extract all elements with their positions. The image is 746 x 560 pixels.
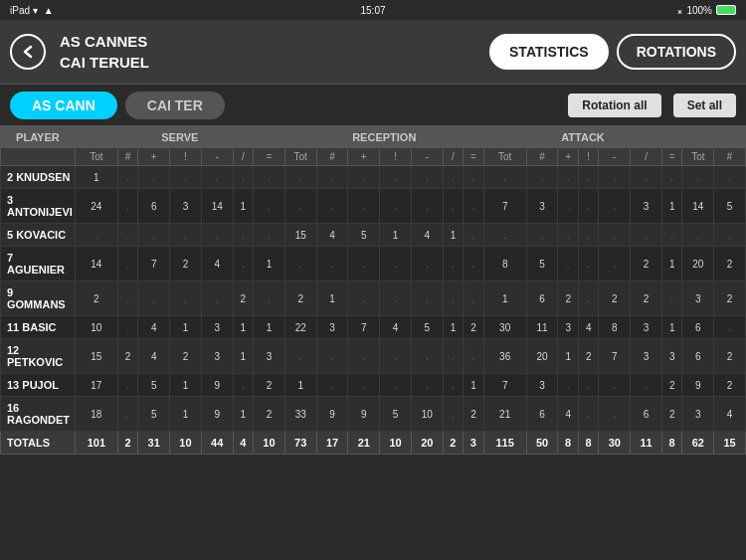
stat-cell: 3 bbox=[254, 339, 285, 374]
sh-tot2: Tot bbox=[284, 148, 316, 166]
sub-headers: Tot # + ! - / = Tot # + ! - / = Tot # + … bbox=[1, 148, 746, 166]
sh-tot1: Tot bbox=[75, 148, 117, 166]
stat-cell: . bbox=[599, 397, 631, 432]
stat-cell: . bbox=[443, 247, 463, 281]
stat-cell: . bbox=[526, 166, 558, 189]
stat-cell: 10 bbox=[75, 316, 117, 339]
stat-cell: 4 bbox=[138, 339, 170, 374]
stat-cell: 22 bbox=[284, 316, 316, 339]
stat-cell: 7 bbox=[348, 316, 380, 339]
player-name-cell: 16 RAGONDET bbox=[1, 397, 76, 432]
totals-cell: 10 bbox=[380, 432, 412, 455]
battery-icon bbox=[716, 5, 736, 15]
totals-row-cells: TOTALS1012311044410731721102023115508830… bbox=[1, 432, 746, 455]
team1-tab[interactable]: AS CANN bbox=[10, 92, 117, 119]
totals-cell: 44 bbox=[201, 432, 233, 455]
stat-cell: 9 bbox=[682, 374, 714, 397]
stat-cell: 5 bbox=[138, 374, 170, 397]
stat-cell: . bbox=[411, 247, 443, 281]
totals-cell: 50 bbox=[526, 432, 558, 455]
stat-cell: . bbox=[316, 247, 348, 281]
extra-header bbox=[682, 127, 746, 148]
sh-slash3: / bbox=[631, 148, 662, 166]
totals-cell: 11 bbox=[631, 432, 662, 455]
totals-cell: 8 bbox=[578, 432, 598, 455]
rotations-button[interactable]: ROTATIONS bbox=[617, 34, 736, 70]
stat-cell: 2 bbox=[464, 397, 483, 432]
stat-cell: 1 bbox=[233, 397, 253, 432]
serve-header: SERVE bbox=[75, 127, 284, 148]
stat-cell: . bbox=[483, 224, 526, 247]
stat-cell: . bbox=[170, 166, 202, 189]
table-row: 13 PUJOL17.519.21.....173....292 bbox=[1, 374, 746, 397]
status-right: ⁎ 100% bbox=[677, 5, 736, 16]
stat-cell: . bbox=[380, 374, 412, 397]
header-buttons: STATISTICS ROTATIONS bbox=[489, 34, 736, 70]
stat-cell: . bbox=[443, 189, 463, 224]
totals-cell: 2 bbox=[443, 432, 463, 455]
stat-cell: . bbox=[316, 339, 348, 374]
totals-cell: 10 bbox=[170, 432, 202, 455]
stat-cell: . bbox=[284, 339, 316, 374]
stat-cell: . bbox=[714, 316, 746, 339]
stat-cell: . bbox=[464, 189, 483, 224]
player-header: PLAYER bbox=[1, 127, 76, 148]
stat-cell: 2 bbox=[631, 247, 662, 281]
totals-cell: 8 bbox=[558, 432, 578, 455]
stat-cell: . bbox=[380, 189, 412, 224]
sh-slash2: / bbox=[443, 148, 463, 166]
stat-cell: . bbox=[558, 224, 578, 247]
stat-cell: . bbox=[599, 224, 631, 247]
stat-cell: . bbox=[411, 281, 443, 316]
set-all-button[interactable]: Set all bbox=[673, 93, 736, 117]
stat-cell: 4 bbox=[201, 247, 233, 281]
sh-hash1: # bbox=[117, 148, 137, 166]
team-names: AS CANNES CAI TERUEL bbox=[60, 31, 489, 73]
rotation-all-button[interactable]: Rotation all bbox=[568, 93, 660, 117]
sh-eq1: = bbox=[254, 148, 285, 166]
sh-plus2: + bbox=[348, 148, 380, 166]
stat-cell: 14 bbox=[201, 189, 233, 224]
stat-cell: . bbox=[631, 224, 662, 247]
team2-tab[interactable]: CAI TER bbox=[125, 92, 225, 119]
stat-cell: . bbox=[170, 281, 202, 316]
stat-cell: . bbox=[117, 189, 137, 224]
stat-cell: . bbox=[201, 224, 233, 247]
stat-cell: . bbox=[558, 374, 578, 397]
player-name-cell: 5 KOVACIC bbox=[1, 224, 76, 247]
sh-excl1: ! bbox=[170, 148, 202, 166]
statistics-button[interactable]: STATISTICS bbox=[489, 34, 609, 70]
stat-cell: 2 bbox=[578, 339, 598, 374]
stat-cell: 1 bbox=[483, 281, 526, 316]
stat-cell: . bbox=[443, 339, 463, 374]
stat-cell: . bbox=[138, 281, 170, 316]
stat-cell: 4 bbox=[558, 397, 578, 432]
stat-cell: 2 bbox=[284, 281, 316, 316]
player-rows: 2 KNUDSEN1......................3 ANTONI… bbox=[1, 166, 746, 432]
totals-cell: 21 bbox=[348, 432, 380, 455]
sh-excl3: ! bbox=[578, 148, 598, 166]
stat-cell: . bbox=[578, 166, 598, 189]
stat-cell: . bbox=[380, 166, 412, 189]
stat-cell: . bbox=[254, 189, 285, 224]
status-time: 15:07 bbox=[360, 5, 385, 16]
stat-cell: 3 bbox=[682, 281, 714, 316]
sh-slash1: / bbox=[233, 148, 253, 166]
stat-cell: 21 bbox=[483, 397, 526, 432]
stat-cell: . bbox=[578, 247, 598, 281]
stat-cell: 6 bbox=[526, 281, 558, 316]
stat-cell: . bbox=[558, 189, 578, 224]
stat-cell: . bbox=[443, 166, 463, 189]
stat-cell: . bbox=[348, 189, 380, 224]
stat-cell: 1 bbox=[443, 316, 463, 339]
stat-cell: 2 bbox=[558, 281, 578, 316]
totals-cell: 17 bbox=[316, 432, 348, 455]
stat-cell: . bbox=[117, 397, 137, 432]
stats-container: PLAYER SERVE RECEPTION ATTACK Tot # + ! … bbox=[0, 126, 746, 560]
player-name-cell: 13 PUJOL bbox=[1, 374, 76, 397]
totals-cell: 31 bbox=[138, 432, 170, 455]
stat-cell: 2 bbox=[714, 281, 746, 316]
stat-cell: 2 bbox=[254, 397, 285, 432]
stat-cell: 5 bbox=[138, 397, 170, 432]
back-button[interactable] bbox=[10, 34, 46, 70]
